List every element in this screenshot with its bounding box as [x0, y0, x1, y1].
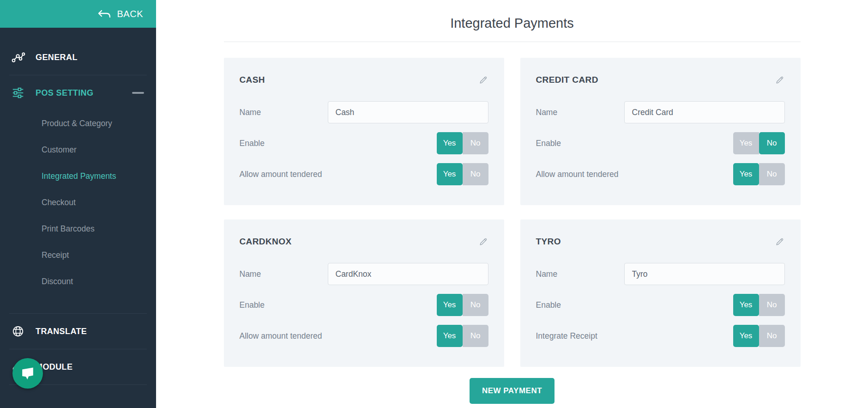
sidebar-item-label: TRANSLATE [36, 327, 87, 336]
enable-toggle: Yes No [437, 294, 488, 316]
payment-card-tyro: TYRO Name Enable Yes No [520, 219, 801, 367]
card-title: TYRO [536, 237, 561, 247]
integrate-receipt-toggle: Yes No [733, 325, 785, 347]
card-title: CASH [240, 75, 265, 85]
field-label-name: Name [536, 108, 558, 117]
card-title: CARDKNOX [240, 237, 292, 247]
payment-card-cash: CASH Name Enable Yes No [224, 58, 504, 205]
name-input[interactable] [624, 101, 785, 123]
sidebar-item-integrated-payments[interactable]: Integrated Payments [42, 167, 156, 185]
chat-bubble-icon [18, 364, 37, 383]
divider [9, 349, 147, 349]
field-label-allow-amount-tendered: Allow amount tendered [240, 170, 322, 179]
sidebar-item-print-barcodes[interactable]: Print Barcodes [42, 219, 156, 238]
collapse-minus-icon[interactable] [132, 92, 144, 94]
pos-subnav: Product & Category Customer Integrated P… [0, 104, 156, 307]
payment-card-cardknox: CARDKNOX Name Enable Yes No [224, 219, 504, 367]
edit-pencil-icon[interactable] [775, 75, 785, 85]
globe-icon [11, 324, 28, 338]
field-label-name: Name [240, 108, 261, 117]
allow-amount-tendered-toggle: Yes No [437, 325, 488, 347]
field-label-integrate-receipt: Integrate Receipt [536, 331, 597, 341]
sidebar-item-product-category[interactable]: Product & Category [42, 114, 156, 133]
toggle-no-button[interactable]: No [463, 294, 488, 316]
field-label-enable: Enable [536, 300, 561, 310]
divider [9, 75, 147, 75]
toggle-yes-button[interactable]: Yes [733, 163, 759, 185]
toggle-no-button[interactable]: No [759, 132, 785, 154]
field-label-allow-amount-tendered: Allow amount tendered [240, 331, 322, 341]
name-input[interactable] [328, 263, 488, 285]
back-button[interactable]: BACK [0, 0, 156, 28]
toggle-yes-button[interactable]: Yes [437, 132, 463, 154]
sidebar-item-discount[interactable]: Discount [42, 272, 156, 291]
toggle-no-button[interactable]: No [463, 325, 488, 347]
name-input[interactable] [328, 101, 488, 123]
toggle-no-button[interactable]: No [759, 163, 785, 185]
sidebar-item-label: GENERAL [36, 53, 78, 62]
edit-pencil-icon[interactable] [478, 237, 488, 247]
toggle-no-button[interactable]: No [759, 325, 785, 347]
toggle-yes-button[interactable]: Yes [733, 325, 759, 347]
toggle-yes-button[interactable]: Yes [733, 132, 759, 154]
sidebar-item-pos-setting[interactable]: POS SETTING [0, 82, 156, 104]
enable-toggle: Yes No [733, 294, 785, 316]
toggle-no-button[interactable]: No [463, 163, 488, 185]
field-label-enable: Enable [240, 139, 265, 148]
name-input[interactable] [624, 263, 785, 285]
field-label-name: Name [536, 269, 558, 279]
divider [224, 42, 801, 42]
sidebar-item-translate[interactable]: TRANSLATE [0, 320, 156, 342]
sidebar: BACK GENERAL POS SETTING [0, 0, 156, 408]
allow-amount-tendered-toggle: Yes No [733, 163, 785, 185]
sidebar-item-label: POS SETTING [36, 88, 93, 98]
new-payment-button[interactable]: NEW PAYMENT [470, 378, 555, 404]
chat-widget-button[interactable] [12, 358, 43, 389]
field-label-enable: Enable [536, 139, 561, 148]
toggle-no-button[interactable]: No [759, 294, 785, 316]
edit-pencil-icon[interactable] [478, 75, 488, 85]
allow-amount-tendered-toggle: Yes No [437, 163, 488, 185]
sidebar-item-receipt[interactable]: Receipt [42, 246, 156, 264]
edit-pencil-icon[interactable] [775, 237, 785, 247]
divider [9, 313, 147, 314]
back-label: BACK [117, 9, 143, 19]
payment-card-credit-card: CREDIT CARD Name Enable Yes No [520, 58, 801, 205]
sidebar-item-customer[interactable]: Customer [42, 140, 156, 159]
main-panel: Integrated Payments CASH Name [156, 0, 868, 408]
toggle-yes-button[interactable]: Yes [733, 294, 759, 316]
toggle-yes-button[interactable]: Yes [437, 294, 463, 316]
field-label-allow-amount-tendered: Allow amount tendered [536, 170, 619, 179]
toggle-no-button[interactable]: No [463, 132, 488, 154]
toggle-yes-button[interactable]: Yes [437, 163, 463, 185]
sidebar-item-general[interactable]: GENERAL [0, 46, 156, 68]
enable-toggle: Yes No [437, 132, 488, 154]
sidebar-nav: GENERAL POS SETTING Product & Category C… [0, 28, 156, 385]
back-arrow-icon [97, 9, 111, 18]
card-title: CREDIT CARD [536, 75, 598, 85]
page-title: Integrated Payments [224, 15, 801, 31]
hub-icon [11, 50, 28, 64]
field-label-name: Name [240, 269, 261, 279]
sidebar-item-checkout[interactable]: Checkout [42, 193, 156, 212]
field-label-enable: Enable [240, 300, 265, 310]
enable-toggle: Yes No [733, 132, 785, 154]
sliders-icon [11, 86, 28, 100]
toggle-yes-button[interactable]: Yes [437, 325, 463, 347]
payment-cards-grid: CASH Name Enable Yes No [224, 58, 801, 367]
